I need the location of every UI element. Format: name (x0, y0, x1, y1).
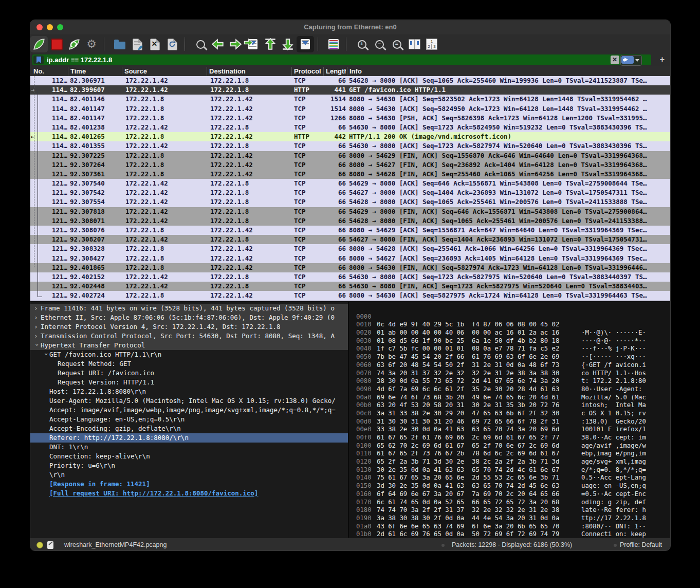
detail-row[interactable]: DNT: 1\r\n (30, 443, 348, 452)
capture-comment-icon[interactable] (47, 541, 53, 549)
hex-row[interactable]: 00f0 65 62 70 2c 69 6d 61 67 65 2f 70 6e… (349, 426, 671, 434)
display-filter-input[interactable]: ip.addr == 172.22.1.8 + (32, 54, 651, 65)
packet-row[interactable]: 114… 82.401147 172.22.1.8 172.22.1.42 TC… (30, 114, 670, 123)
packet-row[interactable]: 121… 92.308071 172.22.1.42 172.22.1.8 TC… (30, 216, 670, 226)
packet-row[interactable]: 112… 82.306971 172.22.1.42 172.22.1.8 TC… (30, 76, 670, 85)
auto-scroll-button[interactable] (297, 36, 314, 52)
hex-row[interactable]: 0030 1f c7 5b fc 00 00 01 01 08 0a e7 78… (349, 329, 671, 337)
detail-row[interactable]: › Transmission Control Protocol, Src Por… (30, 332, 348, 341)
column-header-protocol[interactable]: Protocol (291, 67, 323, 76)
packet-row[interactable]: 121… 92.307225 172.22.1.8 172.22.1.42 TC… (30, 151, 670, 160)
expander-chevron-icon[interactable]: › (34, 322, 40, 332)
expander-chevron-icon[interactable]: › (34, 304, 40, 313)
filter-dropdown-caret[interactable] (635, 59, 639, 64)
hex-row[interactable]: 0130 75 61 67 65 3a 20 65 6e 2d 55 53 2c… (349, 458, 671, 466)
filter-add-button[interactable]: + (660, 55, 665, 64)
detail-row[interactable]: [Full request URI: http://172.22.1.8:808… (30, 489, 348, 498)
filter-apply-button[interactable] (621, 56, 634, 64)
hex-row[interactable]: 0120 30 2e 35 0d 0a 41 63 63 65 70 74 2d… (349, 450, 671, 458)
detail-row[interactable]: Accept-Language: en-US,en;q=0.5\r\n (30, 415, 348, 424)
hex-row[interactable]: 0140 3d 30 2e 35 0d 0a 41 63 63 65 70 74… (349, 466, 671, 474)
packet-row[interactable]: 121… 92.401865 172.22.1.8 172.22.1.42 TC… (30, 263, 670, 272)
zoom-out-button[interactable]: − (371, 36, 388, 52)
zoom-in-button[interactable]: + (353, 36, 371, 52)
hex-row[interactable]: 0090 69 6e 74 6f 73 68 3b 20 49 6e 74 65… (349, 377, 671, 385)
detail-row[interactable]: › GET /favicon.ico HTTP/1.1\r\n (30, 350, 348, 359)
packet-row[interactable]: ← 114… 82.401265 172.22.1.8 172.22.1.42 … (30, 132, 670, 141)
detail-row[interactable]: Connection: keep-alive\r\n (30, 452, 348, 461)
go-to-packet-button[interactable] (244, 36, 262, 52)
close-file-button[interactable] (146, 36, 163, 52)
hex-row[interactable]: 0100 61 67 65 2f 73 76 67 2b 78 6d 6c 2c… (349, 434, 671, 442)
packet-row[interactable]: 114… 82.401147 172.22.1.8 172.22.1.42 TC… (30, 104, 670, 114)
layout-button[interactable] (423, 36, 440, 52)
packet-row[interactable]: 121… 92.308427 172.22.1.8 172.22.1.42 TC… (30, 254, 670, 263)
expander-chevron-icon[interactable]: › (34, 313, 40, 322)
detail-row[interactable]: User-Agent: Mozilla/5.0 (Macintosh; Inte… (30, 396, 348, 406)
expert-info-icon[interactable] (36, 542, 43, 548)
title-bar[interactable]: Capturing from Ethernet: en0 (30, 20, 670, 35)
detail-row[interactable]: › Frame 11416: 441 bytes on wire (3528 b… (30, 304, 348, 313)
packet-row[interactable]: 114… 82.401238 172.22.1.42 172.22.1.8 TC… (30, 123, 670, 132)
detail-row[interactable]: Accept-Encoding: gzip, deflate\r\n (30, 424, 348, 433)
hex-row[interactable]: 0170 74 74 70 3a 2f 2f 31 37 32 2e 32 32… (349, 490, 671, 499)
capture-options-button[interactable]: ⚙ (83, 36, 100, 52)
detail-row[interactable]: Accept: image/avif,image/webp,image/png,… (30, 406, 348, 415)
packet-row[interactable]: 121… 92.308076 172.22.1.8 172.22.1.42 TC… (30, 226, 670, 235)
hex-row[interactable]: 0010 01 ab 00 00 40 00 40 06 00 00 ac 16… (349, 313, 671, 321)
resize-columns-button[interactable] (406, 36, 423, 52)
column-header-time[interactable]: Time (68, 67, 122, 76)
packet-row[interactable]: 114… 82.401146 172.22.1.8 172.22.1.42 TC… (30, 95, 670, 104)
column-header-info[interactable]: Info (347, 67, 661, 76)
go-forward-button[interactable] (227, 36, 244, 52)
start-capture-button[interactable] (30, 36, 48, 52)
detail-row[interactable]: › Internet Protocol Version 4, Src: 172.… (30, 322, 348, 332)
packet-row[interactable]: 121… 92.402448 172.22.1.42 172.22.1.8 TC… (30, 282, 670, 291)
hex-row[interactable]: 0150 6f 64 69 6e 67 3a 20 67 7a 69 70 2c… (349, 474, 671, 482)
packet-row[interactable]: 121… 92.307264 172.22.1.8 172.22.1.42 TC… (30, 160, 670, 170)
detail-row[interactable]: Request URI: /favicon.ico (30, 369, 348, 378)
packet-row[interactable]: 114… 82.401355 172.22.1.42 172.22.1.8 TC… (30, 141, 670, 151)
reload-file-button[interactable] (163, 36, 181, 52)
column-header-destination[interactable]: Destination (207, 67, 291, 76)
hex-row[interactable]: 00a0 63 20 4f 53 20 58 20 31 30 2e 31 35… (349, 385, 671, 394)
hex-row[interactable]: 00c0 31 30 30 31 30 31 20 46 69 72 65 66… (349, 401, 671, 410)
save-file-button[interactable] (128, 36, 146, 52)
detail-row[interactable]: \r\n (30, 470, 348, 480)
hex-row[interactable]: 01a0 2d 61 6c 69 76 65 0d 0a 50 72 69 6f… (349, 514, 671, 523)
find-packet-button[interactable] (192, 36, 209, 52)
hex-row[interactable]: 0050 63 6f 20 48 54 54 50 2f 31 2e 31 0d… (349, 345, 671, 353)
hex-row[interactable]: 00d0 33 38 2e 30 0d 0a 41 63 63 65 70 74… (349, 410, 671, 418)
hex-row[interactable]: 0000 0c 4d e9 9f 40 29 5c 1b f4 87 06 06… (349, 305, 671, 313)
hex-row[interactable]: 0190 43 6f 6e 6e 65 63 74 69 6f 6e 3a 20… (349, 506, 671, 514)
packet-row[interactable]: 121… 92.307361 172.22.1.8 172.22.1.42 TC… (30, 170, 670, 179)
column-header-no[interactable]: No. (31, 67, 67, 76)
restart-capture-button[interactable] (65, 36, 83, 52)
hex-row[interactable]: 0080 4d 6f 7a 69 6c 6c 61 2f 35 2e 30 20… (349, 370, 671, 378)
detail-row[interactable]: Request Method: GET (30, 359, 348, 369)
detail-row[interactable]: [Response in frame: 11421] (30, 480, 348, 489)
packet-row[interactable]: 121… 92.307818 172.22.1.42 172.22.1.8 TC… (30, 207, 670, 216)
packet-row[interactable]: 121… 92.307554 172.22.1.42 172.22.1.8 TC… (30, 197, 670, 207)
detail-row[interactable]: Priority: u=6\r\n (30, 461, 348, 470)
filter-bookmark-button[interactable] (33, 56, 44, 64)
hex-row[interactable]: 01b0 3a 20 75 3d 36 0d 0a 0d 0a : u=6···… (349, 523, 671, 531)
detail-row[interactable]: › Hypertext Transfer Protocol (30, 341, 348, 350)
packet-row[interactable]: 121… 92.402724 172.22.1.8 172.22.1.42 TC… (30, 291, 670, 300)
stop-capture-button[interactable] (48, 36, 65, 52)
go-first-packet-button[interactable] (262, 36, 279, 52)
packet-row[interactable]: 121… 92.308328 172.22.1.8 172.22.1.42 TC… (30, 244, 670, 253)
packet-row[interactable]: 121… 92.307540 172.22.1.42 172.22.1.8 TC… (30, 179, 670, 188)
packet-row[interactable]: → 114… 82.399607 172.22.1.42 172.22.1.8 … (30, 85, 670, 95)
hex-row[interactable]: 0160 6c 61 74 65 0d 0a 52 65 66 65 72 65… (349, 482, 671, 490)
hex-row[interactable]: 00b0 3a 31 33 38 2e 30 29 20 47 65 63 6b… (349, 394, 671, 402)
open-file-button[interactable] (111, 36, 128, 52)
packet-row[interactable]: 121… 92.402152 172.22.1.42 172.22.1.8 TC… (30, 272, 670, 282)
hex-row[interactable]: 0060 74 3a 20 31 37 32 2e 32 32 2e 31 2e… (349, 353, 671, 361)
colorize-packets-button[interactable] (325, 36, 342, 52)
column-header-source[interactable]: Source (122, 67, 207, 76)
hex-row[interactable]: 0110 65 2f 2a 3b 71 3d 30 2e 38 2c 2a 2f… (349, 442, 671, 450)
hex-row[interactable]: 00e0 61 67 65 2f 61 76 69 66 2c 69 6d 61… (349, 418, 671, 426)
packet-row[interactable]: 121… 92.308207 172.22.1.42 172.22.1.8 TC… (30, 235, 670, 244)
packet-row[interactable]: 121… 92.307542 172.22.1.42 172.22.1.8 TC… (30, 188, 670, 197)
